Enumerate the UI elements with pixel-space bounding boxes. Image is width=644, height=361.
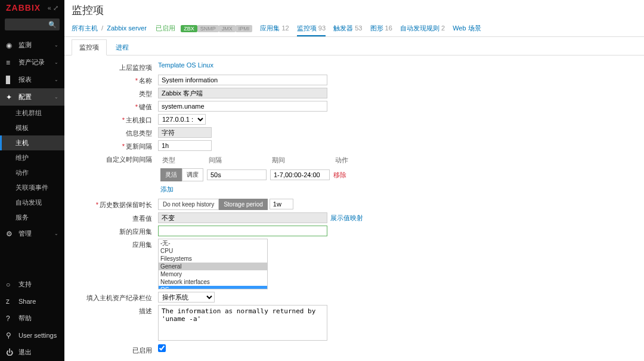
interval-input[interactable] [207, 169, 267, 180]
logo: ZABBIX [6, 3, 41, 13]
newapp-input[interactable] [158, 226, 327, 236]
nav-label: 支持 [18, 280, 58, 289]
chart-icon: ▊ [6, 76, 16, 84]
app-option[interactable]: Network interfaces [159, 278, 267, 286]
sub-hosts[interactable]: 主机 [0, 135, 64, 150]
interval-schedule-button[interactable]: 调度 [182, 168, 203, 181]
breadcrumb-root[interactable]: 所有主机 [72, 24, 98, 32]
link-applications[interactable]: 应用集 12 [260, 24, 289, 32]
link-items[interactable]: 监控项 93 [297, 24, 326, 36]
label-enabled: 已启用 [72, 344, 158, 355]
apps-multiselect[interactable]: -无- CPU Filesystems General Memory Netwo… [158, 239, 268, 289]
sub-discovery[interactable]: 自动发现 [0, 195, 64, 210]
chevron-down-icon: ⌄ [54, 42, 58, 48]
collapse-icon[interactable]: « ⤢ [48, 4, 58, 12]
name-input[interactable] [158, 75, 327, 85]
headset-icon: ○ [6, 280, 16, 289]
hostif-select[interactable]: 127.0.0.1 : 10050 [158, 114, 206, 125]
th-type: 类型 [159, 155, 205, 166]
chevron-down-icon: ⌄ [54, 77, 58, 82]
breadcrumb-host[interactable]: Zabbix server [107, 24, 147, 32]
sub-hostgroups[interactable]: 主机群组 [0, 106, 64, 121]
label-key: *键值 [72, 101, 158, 112]
power-icon: ⏻ [6, 348, 16, 357]
valuemap-link[interactable]: 展示值映射 [330, 214, 363, 223]
page-title: 监控项 [64, 0, 644, 20]
nav-label: 帮助 [18, 314, 58, 323]
label-hostinv: 填入主机资产纪录栏位 [72, 292, 158, 303]
sub-templates[interactable]: 模板 [0, 121, 64, 135]
label-type: 类型 [72, 88, 158, 98]
label-history: *历史数据保留时长 [72, 199, 158, 209]
nav-logout[interactable]: ⏻退出 [0, 344, 64, 361]
badge-snmp: SNMP [197, 25, 219, 32]
sub-services[interactable]: 服务 [0, 210, 64, 225]
badge-ipmi: IPMI [236, 25, 253, 32]
badge-zbx: ZBX [181, 25, 197, 32]
nav-admin[interactable]: ⚙ 管理 ⌄ [0, 225, 64, 242]
label-view: 查看值 [72, 212, 158, 223]
link-discovery[interactable]: 自动发现规则 2 [400, 24, 445, 32]
key-input[interactable] [158, 101, 327, 112]
interval-flexible-button[interactable]: 灵活 [160, 168, 182, 181]
desc-textarea[interactable]: The information as normally returned by … [158, 305, 327, 341]
nav-label: 管理 [18, 229, 54, 238]
sub-actions[interactable]: 动作 [0, 165, 64, 180]
gear-icon: ⚙ [6, 230, 16, 238]
wrench-icon: ✦ [6, 93, 16, 101]
breadcrumb: 所有主机 / Zabbix server 已启用 ZBXSNMPJMXIPMI … [64, 20, 644, 37]
label-newapp: 新的应用集 [72, 226, 158, 236]
remove-link[interactable]: 移除 [333, 171, 346, 178]
tab-item[interactable]: 监控项 [72, 39, 107, 55]
history-storage-button[interactable]: Storage period [219, 199, 268, 210]
chevron-down-icon: ⌄ [54, 231, 58, 236]
nav-share[interactable]: zShare [0, 293, 64, 310]
nav-support[interactable]: ○支持 [0, 276, 64, 293]
nav-inventory[interactable]: ≡ 资产记录 ⌄ [0, 54, 64, 71]
sub-maintenance[interactable]: 维护 [0, 150, 64, 165]
add-link[interactable]: 添加 [160, 186, 174, 193]
label-name: *名称 [72, 75, 158, 85]
label-custom-interval: 自定义时间间隔 [72, 153, 158, 164]
period-input[interactable] [270, 169, 330, 180]
search-input[interactable]: 🔍 [5, 18, 60, 30]
th-interval: 间隔 [206, 155, 268, 166]
type-input [158, 88, 327, 98]
label-desc: 描述 [72, 305, 158, 316]
app-option[interactable]: -无- [159, 239, 267, 247]
app-option[interactable]: General [159, 263, 267, 270]
link-triggers[interactable]: 触发器 53 [333, 24, 362, 32]
nav-monitoring[interactable]: ◉ 监测 ⌄ [0, 36, 64, 54]
app-option[interactable]: Filesystems [159, 255, 267, 263]
sub-correlation[interactable]: 关联项事件 [0, 180, 64, 195]
info-input [158, 127, 212, 138]
share-icon: z [6, 297, 16, 306]
nav-label: User settings [18, 332, 58, 339]
history-input[interactable] [270, 199, 293, 209]
hostinv-select[interactable]: 操作系统 [158, 292, 215, 303]
app-option[interactable]: CPU [159, 247, 267, 255]
nav-label: 报表 [18, 75, 54, 84]
app-option[interactable]: Memory [159, 270, 267, 278]
parent-template-link[interactable]: Template OS Linux [158, 61, 213, 69]
chevron-down-icon: ⌄ [54, 60, 58, 65]
th-period: 期间 [269, 155, 331, 166]
tab-preprocessing[interactable]: 进程 [109, 40, 136, 55]
nav-configuration[interactable]: ✦ 配置 ⌄ [0, 88, 64, 106]
link-web[interactable]: Web 场景 [453, 24, 481, 32]
enabled-checkbox[interactable] [158, 344, 166, 352]
update-input[interactable] [158, 140, 212, 151]
nav-user-settings[interactable]: ⚲User settings [0, 327, 64, 344]
nav-help[interactable]: ?帮助 [0, 310, 64, 327]
nav-label: 监测 [18, 41, 54, 50]
app-option[interactable]: OS [159, 286, 267, 289]
question-icon: ? [6, 314, 16, 323]
label-update: *更新间隔 [72, 140, 158, 151]
label-apps: 应用集 [72, 239, 158, 249]
nav-reports[interactable]: ▊ 报表 ⌄ [0, 71, 64, 88]
list-icon: ≡ [6, 58, 16, 67]
nav-label: Share [18, 298, 58, 305]
nav-label: 退出 [18, 348, 58, 357]
history-donotkeep-button[interactable]: Do not keep history [158, 199, 219, 210]
link-graphs[interactable]: 图形 16 [370, 24, 392, 32]
